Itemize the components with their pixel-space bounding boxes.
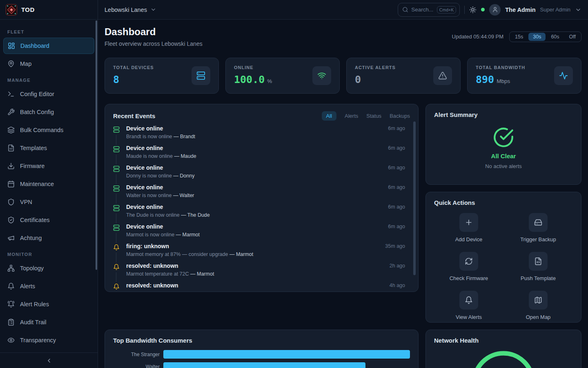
map-pin-icon — [7, 60, 15, 67]
event-desc: Marmot temperature at 72C — Marmot — [126, 271, 385, 277]
quick-action-trigger-backup[interactable]: Trigger Backup — [503, 213, 573, 242]
event-row[interactable]: Device online Brandt is now online — Bra… — [113, 124, 410, 144]
sidebar-item-alerts[interactable]: Alerts — [3, 278, 94, 294]
event-row[interactable]: resolved: unknown 4h ago — [113, 281, 410, 292]
event-title: Device online — [126, 223, 383, 230]
org-switcher[interactable]: Lebowski Lanes — [105, 7, 156, 13]
alert-triangle-icon — [438, 71, 447, 80]
eye-icon — [7, 337, 15, 344]
event-row[interactable]: Device online Walter is now online — Wal… — [113, 183, 410, 203]
bandwidth-panel: Top Bandwidth Consumers The Stranger Wal… — [105, 330, 419, 368]
topbar: Lebowski Lanes Cmd+K The Admin Supe — [98, 0, 588, 20]
events-tab-all[interactable]: All — [322, 111, 336, 121]
sidebar-item-audit-trail[interactable]: Audit Trail — [3, 314, 94, 330]
event-title: Device online — [126, 145, 383, 152]
server-icon — [113, 125, 120, 135]
event-title: Device online — [126, 184, 383, 191]
sidebar-item-dashboard[interactable]: Dashboard — [3, 38, 94, 54]
layers-icon — [7, 126, 15, 134]
topbar-right: Cmd+K The Admin Super Admin — [398, 3, 581, 17]
hard-drive-icon — [534, 218, 542, 227]
events-tab-alerts[interactable]: Alerts — [345, 113, 358, 119]
bell-icon — [465, 296, 473, 304]
quick-action-check-firmware[interactable]: Check Firmware — [434, 252, 503, 281]
alert-summary-panel: Alert Summary All Clear No active alerts — [425, 104, 581, 185]
stat-value: 890 — [476, 74, 494, 85]
quick-action-view-alerts[interactable]: View Alerts — [434, 291, 503, 320]
chevron-down-icon — [150, 7, 156, 13]
sidebar-item-alert-rules[interactable]: Alert Rules — [3, 296, 94, 312]
quick-action-add-device[interactable]: Add Device — [434, 213, 503, 242]
sidebar-item-certificates[interactable]: Certificates — [3, 212, 94, 228]
event-row[interactable]: resolved: unknown Marmot temperature at … — [113, 262, 410, 281]
avatar[interactable] — [489, 4, 501, 16]
sidebar-item-label: Firmware — [20, 163, 45, 169]
stats-row: TOTAL DEVICES 8 ONLINE 100.0 % — [105, 58, 581, 94]
event-title: resolved: unknown — [126, 263, 385, 269]
megaphone-icon — [7, 234, 15, 242]
sidebar-item-config-editor[interactable]: Config Editor — [3, 86, 94, 102]
wifi-icon — [317, 71, 326, 80]
sidebar-item-maintenance[interactable]: Maintenance — [3, 176, 94, 192]
events-title: Recent Events — [113, 112, 155, 119]
file-code-icon — [7, 144, 15, 152]
recent-events-panel: Recent Events All Alerts Status Backups — [105, 104, 419, 292]
sidebar-collapse[interactable] — [0, 352, 98, 368]
events-scrollbar[interactable] — [413, 121, 416, 275]
refresh-option-off[interactable]: Off — [565, 33, 580, 41]
plus-icon — [465, 218, 473, 227]
quick-action-open-map[interactable]: Open Map — [503, 291, 573, 320]
stat-iconbox — [192, 66, 210, 85]
sidebar-scrollbar[interactable] — [96, 20, 97, 270]
sidebar-item-achtung[interactable]: Achtung — [3, 230, 94, 246]
event-row[interactable]: firing: unknown Marmot memory at 87% — c… — [113, 242, 410, 262]
sidebar-item-label: VPN — [20, 199, 32, 205]
left-column: Recent Events All Alerts Status Backups — [105, 104, 419, 368]
refresh-option-30s[interactable]: 30s — [528, 33, 546, 41]
search-box[interactable]: Cmd+K — [398, 3, 460, 17]
sidebar-item-transparency[interactable]: Transparency — [3, 332, 94, 348]
event-time: 6m ago — [388, 165, 410, 171]
event-title: resolved: unknown — [126, 282, 385, 289]
section-label-manage: MANAGE — [7, 78, 90, 83]
events-list: Device online Brandt is now online — Bra… — [113, 124, 410, 292]
search-icon — [402, 7, 408, 13]
event-time: 6m ago — [388, 126, 410, 131]
event-time: 6m ago — [388, 145, 410, 151]
server-icon — [113, 223, 120, 233]
refresh-option-15s[interactable]: 15s — [510, 33, 528, 41]
sidebar-item-vpn[interactable]: VPN — [3, 194, 94, 210]
stat-card-total-bandwidth: TOTAL BANDWIDTH 890 Mbps — [467, 58, 581, 94]
right-column: Alert Summary All Clear No active alerts… — [425, 104, 581, 368]
main-area: Lebowski Lanes Cmd+K The Admin Supe — [98, 0, 588, 368]
event-title: Device online — [126, 164, 383, 171]
stat-iconbox — [312, 66, 331, 85]
sidebar-item-firmware[interactable]: Firmware — [3, 158, 94, 174]
alert-summary-status: All Clear — [491, 153, 516, 159]
event-row[interactable]: Device online Donny is now online — Donn… — [113, 164, 410, 183]
chevron-left-icon — [46, 357, 52, 364]
user-menu-chevron-icon[interactable] — [575, 7, 581, 13]
sidebar-item-topology[interactable]: Topology — [3, 260, 94, 276]
file-code-icon — [534, 257, 542, 265]
stat-card-online: ONLINE 100.0 % — [225, 58, 340, 94]
refresh-interval-segmented: 15s 30s 60s Off — [509, 31, 581, 42]
events-tab-backups[interactable]: Backups — [390, 113, 410, 119]
theme-toggle-button[interactable] — [469, 6, 477, 13]
event-row[interactable]: Device online Marmot is now online — Mar… — [113, 222, 410, 242]
sidebar-item-batch-config[interactable]: Batch Config — [3, 104, 94, 120]
shield-icon — [7, 198, 15, 206]
sidebar-item-label: Batch Config — [20, 109, 54, 115]
sidebar-item-templates[interactable]: Templates — [3, 140, 94, 156]
sidebar-item-label: Audit Trail — [20, 319, 46, 325]
sidebar-item-bulk-commands[interactable]: Bulk Commands — [3, 122, 94, 138]
event-row[interactable]: Device online Maude is now online — Maud… — [113, 144, 410, 164]
sidebar-item-map[interactable]: Map — [3, 56, 94, 72]
event-row[interactable]: Device online The Dude is now online — T… — [113, 203, 410, 222]
search-shortcut: Cmd+K — [437, 6, 456, 13]
events-tab-status[interactable]: Status — [366, 113, 381, 119]
refresh-option-60s[interactable]: 60s — [546, 33, 564, 41]
quick-action-push-template[interactable]: Push Template — [503, 252, 573, 281]
search-input[interactable] — [411, 7, 434, 13]
clipboard-list-icon — [7, 319, 15, 326]
